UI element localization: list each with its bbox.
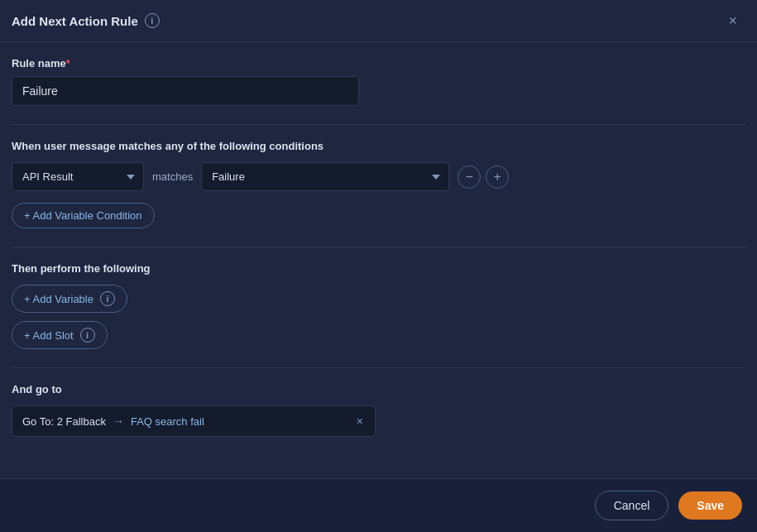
minus-icon: − — [465, 170, 472, 184]
modal-title: Add Next Action Rule — [12, 14, 138, 28]
title-info-icon[interactable]: i — [145, 13, 160, 28]
action-buttons: + Add Variable i + Add Slot i — [12, 285, 745, 349]
add-variable-label: + Add Variable — [24, 293, 93, 305]
rule-name-label: Rule name* — [12, 57, 745, 69]
save-button[interactable]: Save — [678, 491, 742, 520]
go-to-clear-button[interactable]: × — [355, 414, 365, 429]
condition-row: API Result matches Failure Success Error… — [12, 162, 745, 191]
modal: Add Next Action Rule i × Rule name* When… — [0, 0, 757, 532]
divider-3 — [12, 367, 745, 368]
add-slot-button[interactable]: + Add Slot i — [12, 321, 108, 349]
conditions-heading: When user message matches any of the fol… — [12, 140, 745, 152]
api-result-select[interactable]: API Result — [12, 162, 144, 191]
actions-section: Then perform the following + Add Variabl… — [12, 262, 745, 349]
add-condition-inline-button[interactable]: + — [486, 165, 509, 189]
actions-heading: Then perform the following — [12, 262, 745, 275]
add-variable-condition-button[interactable]: + Add Variable Condition — [12, 203, 155, 228]
go-to-heading: And go to — [12, 383, 745, 395]
modal-body: Rule name* When user message matches any… — [0, 42, 757, 478]
divider-2 — [12, 247, 745, 247]
remove-condition-button[interactable]: − — [458, 165, 481, 189]
go-to-destination: FAQ search fail — [131, 415, 348, 428]
go-to-section: And go to Go To: 2 Fallback → FAQ search… — [12, 383, 745, 437]
add-condition-label: + Add Variable Condition — [24, 209, 142, 222]
cancel-button[interactable]: Cancel — [595, 491, 669, 520]
close-button[interactable]: × — [723, 12, 742, 30]
go-to-row: Go To: 2 Fallback → FAQ search fail × — [12, 405, 376, 437]
add-slot-label: + Add Slot — [24, 329, 74, 342]
modal-header: Add Next Action Rule i × — [0, 0, 757, 42]
add-slot-info-icon[interactable]: i — [80, 328, 95, 343]
matches-text: matches — [152, 170, 193, 183]
condition-value-select[interactable]: Failure Success Error — [201, 162, 449, 191]
condition-btn-group: − + — [458, 165, 509, 189]
add-variable-info-icon[interactable]: i — [100, 291, 115, 306]
conditions-section: When user message matches any of the fol… — [12, 140, 745, 228]
plus-icon: + — [493, 170, 501, 184]
add-variable-button[interactable]: + Add Variable i — [12, 285, 127, 313]
divider-1 — [12, 124, 745, 125]
modal-footer: Cancel Save — [0, 478, 757, 532]
rule-name-input[interactable] — [12, 76, 359, 106]
rule-name-section: Rule name* — [12, 57, 745, 106]
go-to-label: Go To: 2 Fallback — [22, 415, 106, 428]
modal-header-left: Add Next Action Rule i — [12, 13, 160, 28]
arrow-icon: → — [113, 415, 124, 428]
